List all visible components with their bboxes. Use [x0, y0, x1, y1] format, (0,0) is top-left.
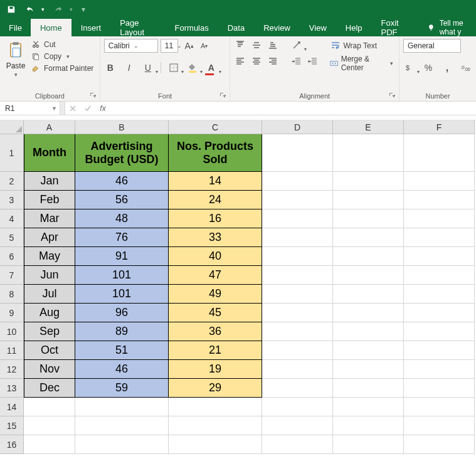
cell-empty[interactable]: [404, 228, 475, 247]
cell-empty[interactable]: [333, 134, 404, 172]
cell-empty[interactable]: [262, 416, 333, 435]
column-header-D[interactable]: D: [262, 120, 333, 134]
cell-empty[interactable]: [404, 172, 475, 191]
tell-me-search[interactable]: Tell me what y: [428, 19, 476, 36]
accounting-format-icon[interactable]: $▾: [403, 61, 416, 74]
tab-help[interactable]: Help: [336, 19, 372, 36]
cell-empty[interactable]: [333, 304, 404, 322]
cell-empty[interactable]: [404, 379, 475, 398]
cell-budget-Jun[interactable]: 101: [75, 266, 169, 285]
cell-sold-Nov[interactable]: 19: [169, 360, 262, 379]
cell-empty[interactable]: [262, 134, 333, 172]
row-header-7[interactable]: 7: [0, 266, 24, 285]
cell-budget-Aug[interactable]: 96: [75, 304, 169, 322]
cell-empty[interactable]: [333, 398, 404, 416]
cell-empty[interactable]: [262, 360, 333, 379]
cell-month-Sep[interactable]: Sep: [24, 322, 75, 341]
align-right-icon[interactable]: [267, 55, 279, 68]
cell-budget-Jul[interactable]: 101: [75, 285, 169, 304]
tab-review[interactable]: Review: [254, 19, 300, 36]
wrap-text-button[interactable]: Wrap Text: [328, 39, 395, 53]
cell-month-Jun[interactable]: Jun: [24, 266, 75, 285]
cell-empty[interactable]: [333, 228, 404, 247]
cell-empty[interactable]: [24, 416, 75, 435]
clipboard-dialog-launcher-icon[interactable]: [90, 92, 97, 100]
align-center-icon[interactable]: [250, 55, 263, 68]
increase-font-icon[interactable]: A▴: [183, 40, 196, 52]
column-header-A[interactable]: A: [24, 120, 75, 134]
tab-page-layout[interactable]: Page Layout: [110, 19, 165, 36]
cell-empty[interactable]: [333, 341, 404, 360]
tab-foxit[interactable]: Foxit PDF: [372, 19, 419, 36]
row-header-6[interactable]: 6: [0, 247, 24, 266]
cell-empty[interactable]: [404, 191, 475, 209]
cell-month-Jan[interactable]: Jan: [24, 172, 75, 191]
cell-empty[interactable]: [262, 247, 333, 266]
orientation-icon[interactable]: ▾: [290, 39, 303, 51]
decrease-indent-icon[interactable]: [290, 55, 303, 68]
row-header-4[interactable]: 4: [0, 209, 24, 228]
copy-dropdown-icon[interactable]: ▾: [66, 53, 70, 60]
cell-empty[interactable]: [404, 209, 475, 228]
column-header-E[interactable]: E: [333, 120, 404, 134]
chevron-down-icon[interactable]: ▼: [51, 105, 57, 112]
align-middle-icon[interactable]: [250, 39, 263, 51]
row-header-11[interactable]: 11: [0, 341, 24, 360]
cell-sold-Sep[interactable]: 36: [169, 322, 262, 341]
cut-button[interactable]: Cut: [31, 40, 93, 49]
cell-empty[interactable]: [262, 285, 333, 304]
cell-sold-Jun[interactable]: 47: [169, 266, 262, 285]
cell-empty[interactable]: [75, 435, 169, 454]
cell-empty[interactable]: [75, 416, 169, 435]
copy-button[interactable]: Copy ▾: [31, 52, 93, 61]
align-left-icon[interactable]: [234, 55, 246, 68]
cell-empty[interactable]: [333, 379, 404, 398]
cell-empty[interactable]: [404, 285, 475, 304]
tab-insert[interactable]: Insert: [71, 19, 111, 36]
cell-month-Aug[interactable]: Aug: [24, 304, 75, 322]
qat-customize-icon[interactable]: ▾: [82, 5, 85, 14]
cell-empty[interactable]: [169, 398, 262, 416]
percent-format-icon[interactable]: %: [422, 61, 435, 74]
tab-view[interactable]: View: [300, 19, 336, 36]
cell-empty[interactable]: [262, 228, 333, 247]
cell-sold-Dec[interactable]: 29: [169, 379, 262, 398]
row-header-15[interactable]: 15: [0, 416, 24, 435]
cell-empty[interactable]: [333, 416, 404, 435]
cell-sold-Aug[interactable]: 45: [169, 304, 262, 322]
cell-empty[interactable]: [262, 341, 333, 360]
cell-budget-Dec[interactable]: 59: [75, 379, 169, 398]
cell-month-Mar[interactable]: Mar: [24, 209, 75, 228]
cell-budget-Feb[interactable]: 56: [75, 191, 169, 209]
cell-empty[interactable]: [404, 398, 475, 416]
column-header-B[interactable]: B: [75, 120, 169, 134]
cell-empty[interactable]: [333, 360, 404, 379]
cell-empty[interactable]: [404, 341, 475, 360]
align-bottom-icon[interactable]: [267, 39, 279, 51]
cell-sold-Mar[interactable]: 16: [169, 209, 262, 228]
name-box[interactable]: R1 ▼: [0, 102, 60, 115]
row-header-13[interactable]: 13: [0, 379, 24, 398]
cell-empty[interactable]: [333, 285, 404, 304]
cell-sold-Jan[interactable]: 14: [169, 172, 262, 191]
cell-sold-Feb[interactable]: 24: [169, 191, 262, 209]
select-all-corner[interactable]: [0, 120, 24, 134]
cell-budget-May[interactable]: 91: [75, 247, 169, 266]
decrease-font-icon[interactable]: A▾: [198, 40, 211, 52]
cell-sold-Oct[interactable]: 21: [169, 341, 262, 360]
merge-dropdown-icon[interactable]: ▾: [390, 60, 393, 66]
align-top-icon[interactable]: [234, 39, 246, 51]
cell-empty[interactable]: [262, 209, 333, 228]
row-header-12[interactable]: 12: [0, 360, 24, 379]
cell-budget-Jan[interactable]: 46: [75, 172, 169, 191]
bold-button[interactable]: B: [104, 61, 117, 74]
cell-empty[interactable]: [262, 304, 333, 322]
cell-empty[interactable]: [75, 398, 169, 416]
cell-empty[interactable]: [404, 247, 475, 266]
cell-month-Dec[interactable]: Dec: [24, 379, 75, 398]
cell-empty[interactable]: [404, 134, 475, 172]
cell-empty[interactable]: [24, 435, 75, 454]
italic-button[interactable]: I: [123, 61, 135, 74]
cell-sold-Jul[interactable]: 49: [169, 285, 262, 304]
tab-formulas[interactable]: Formulas: [166, 19, 218, 36]
